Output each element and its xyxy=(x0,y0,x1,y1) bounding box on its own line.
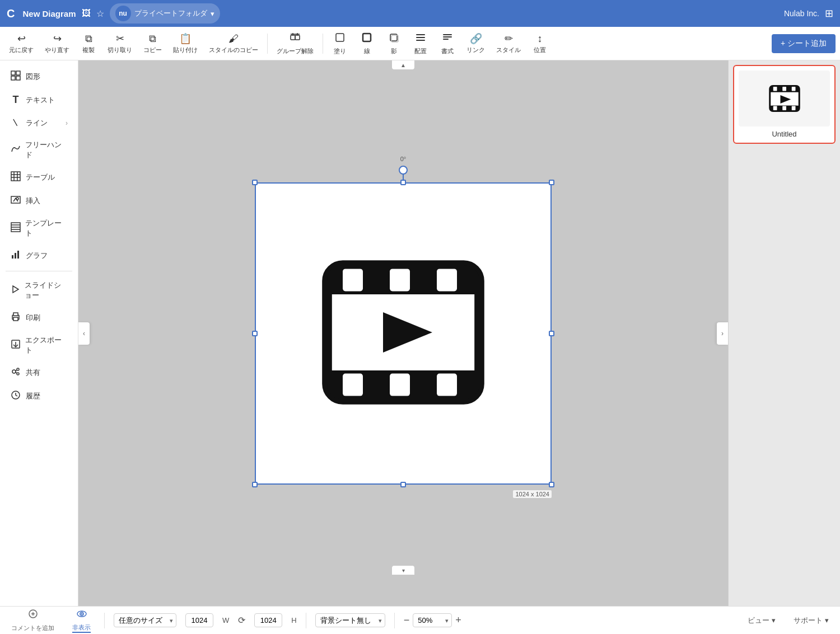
text-style-label: 書式 xyxy=(441,47,454,55)
cut-button[interactable]: ✂ 切り取り xyxy=(103,30,137,57)
diagram-title[interactable]: New Diagram xyxy=(22,9,76,18)
zoom-out-button[interactable]: − xyxy=(404,614,410,626)
svg-rect-30 xyxy=(12,255,13,259)
copy-icon: ⧉ xyxy=(149,33,156,45)
style-copy-button[interactable]: 🖌 スタイルのコピー xyxy=(204,31,263,57)
sidebar-item-text[interactable]: T テキスト xyxy=(2,89,76,111)
bg-select-wrap: 背景シート無し xyxy=(315,613,385,627)
copy-button[interactable]: ⧉ コピー xyxy=(139,31,166,57)
print-icon xyxy=(10,312,21,324)
sidebar: 図形 T テキスト / ライン › フリーハンド xyxy=(0,60,78,606)
canvas-toggle-top[interactable]: ▲ xyxy=(392,60,414,69)
folder-selector[interactable]: nu プライベートフォルダ ▾ xyxy=(110,3,220,24)
sidebar-item-insert[interactable]: 挿入 xyxy=(2,190,76,212)
rotate-handle[interactable] xyxy=(399,166,408,175)
svg-rect-16 xyxy=(16,71,20,75)
paste-icon: 📋 xyxy=(179,32,192,45)
link-label: リンク xyxy=(466,46,485,54)
arrange-icon xyxy=(415,32,426,46)
sidebar-item-history[interactable]: 履歴 xyxy=(2,385,76,407)
svg-rect-32 xyxy=(17,251,19,259)
position-button[interactable]: ↕ 位置 xyxy=(528,31,552,57)
sheet-card[interactable]: Untitled xyxy=(733,65,836,144)
ungroup-label: グループ解除 xyxy=(277,47,314,55)
text-style-button[interactable]: 書式 xyxy=(435,30,460,58)
redo-button[interactable]: ↪ やり直す xyxy=(40,30,74,57)
duplicate-label: 複製 xyxy=(82,46,95,54)
sidebar-item-template[interactable]: テンプレート xyxy=(2,213,76,243)
support-chevron-icon: ▾ xyxy=(825,616,829,624)
grid-menu-icon[interactable]: ⊞ xyxy=(825,7,833,20)
paste-button[interactable]: 📋 貼り付け xyxy=(169,30,202,57)
sidebar-item-shapes[interactable]: 図形 xyxy=(2,65,76,88)
sidebar-item-graph[interactable]: グラフ xyxy=(2,245,76,267)
size-select[interactable]: 任意のサイズ xyxy=(114,613,176,627)
graph-label: グラフ xyxy=(26,251,48,261)
export-label: エクスポート xyxy=(25,335,68,355)
sidebar-item-freehand[interactable]: フリーハンド xyxy=(2,135,76,165)
table-label: テーブル xyxy=(26,172,55,182)
view-label: ビュー xyxy=(748,616,769,626)
line-style-button[interactable]: 線 xyxy=(354,30,379,58)
width-input[interactable] xyxy=(185,613,213,627)
bg-select[interactable]: 背景シート無し xyxy=(315,613,385,627)
svg-rect-54 xyxy=(390,373,410,396)
ungroup-button[interactable]: グループ解除 xyxy=(272,30,318,58)
table-icon xyxy=(10,171,21,184)
svg-rect-5 xyxy=(336,34,344,41)
svg-rect-55 xyxy=(437,373,457,396)
shadow-icon xyxy=(388,32,399,46)
canvas-toggle-bottom[interactable]: ▾ xyxy=(392,566,414,575)
dimension-label: 1024 x 1024 xyxy=(513,490,552,498)
sidebar-item-table[interactable]: テーブル xyxy=(2,166,76,189)
bottombar-sep-3 xyxy=(394,613,395,628)
sidebar-item-export[interactable]: エクスポート xyxy=(2,330,76,360)
sidebar-item-print[interactable]: 印刷 xyxy=(2,307,76,329)
add-sheet-button[interactable]: + シート追加 xyxy=(772,34,836,53)
style-button[interactable]: ✏ スタイル xyxy=(492,30,525,57)
insert-label: 挿入 xyxy=(26,196,40,206)
favorite-icon[interactable]: ☆ xyxy=(96,8,104,19)
arrange-button[interactable]: 配置 xyxy=(408,30,433,58)
svg-rect-53 xyxy=(343,373,363,396)
duplicate-button[interactable]: ⧉ 複製 xyxy=(76,31,101,57)
film-icon xyxy=(314,243,493,424)
shadow-button[interactable]: 影 xyxy=(381,30,406,58)
bottombar-sep-2 xyxy=(306,613,306,628)
svg-rect-63 xyxy=(782,87,786,91)
swap-icon[interactable]: ⟳ xyxy=(238,615,245,626)
undo-label: 元に戻す xyxy=(9,46,34,54)
view-chevron-icon: ▾ xyxy=(772,616,776,624)
hide-button[interactable]: 非表示 xyxy=(68,606,95,635)
zoom-select[interactable]: 50% xyxy=(413,613,452,627)
support-dropdown[interactable]: サポート ▾ xyxy=(789,613,833,628)
style-label: スタイル xyxy=(496,46,521,54)
svg-rect-6 xyxy=(363,34,371,41)
svg-rect-19 xyxy=(11,172,20,181)
link-button[interactable]: 🔗 リンク xyxy=(462,30,489,57)
svg-rect-1 xyxy=(295,35,300,40)
sidebar-item-slideshow[interactable]: スライドショー xyxy=(2,275,76,306)
add-comment-button[interactable]: コメントを追加 xyxy=(7,607,59,635)
share-label: 共有 xyxy=(26,368,40,378)
copy-label: コピー xyxy=(143,46,162,54)
undo-button[interactable]: ↩ 元に戻す xyxy=(4,30,38,57)
canvas-toggle-right[interactable]: › xyxy=(717,322,728,345)
redo-label: やり直す xyxy=(45,46,69,54)
fill-button[interactable]: 塗り xyxy=(328,30,352,58)
svg-rect-11 xyxy=(416,40,425,41)
zoom-in-button[interactable]: + xyxy=(455,614,461,626)
template-icon xyxy=(10,222,21,234)
bottombar: コメントを追加 非表示 任意のサイズ W ⟳ H 背景シート無し − 5 xyxy=(0,606,840,634)
sidebar-item-line[interactable]: / ライン › xyxy=(2,112,76,134)
folder-name: プライベートフォルダ xyxy=(134,8,207,18)
right-panel: Untitled xyxy=(728,60,840,606)
topbar: C New Diagram 🖼 ☆ nu プライベートフォルダ ▾ Nulab … xyxy=(0,0,840,27)
canvas-toggle-left[interactable]: ‹ xyxy=(78,322,90,345)
diagram-icon: 🖼 xyxy=(82,8,91,18)
toolbar-separator-2 xyxy=(323,34,323,54)
sidebar-item-share[interactable]: 共有 xyxy=(2,361,76,384)
view-dropdown[interactable]: ビュー ▾ xyxy=(743,613,780,628)
canvas-area[interactable]: ▲ ‹ 0° xyxy=(78,60,728,606)
height-input[interactable] xyxy=(254,613,282,627)
